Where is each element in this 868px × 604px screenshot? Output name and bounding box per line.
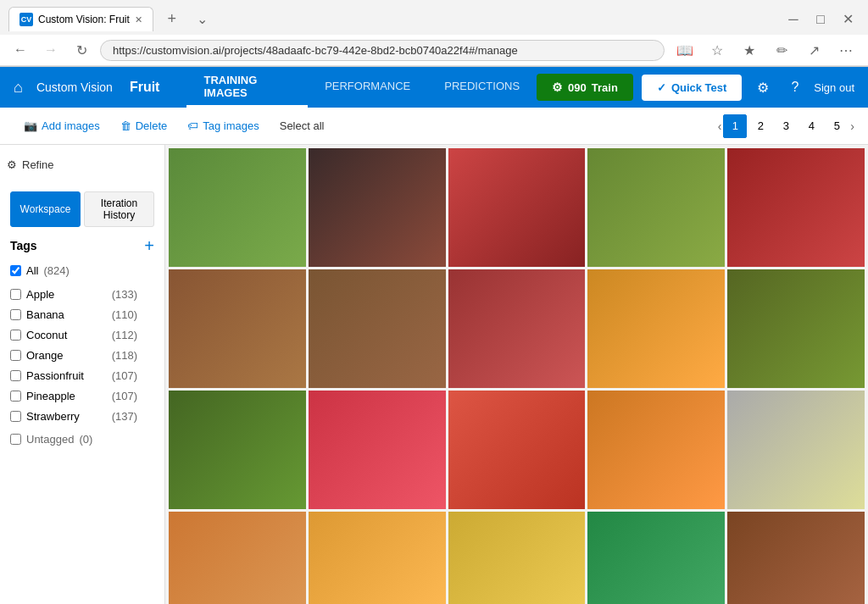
image-cell[interactable] [309,148,446,267]
page-1-button[interactable]: 1 [723,114,747,138]
delete-button[interactable]: 🗑 Delete [110,108,178,144]
refine-label: Refine [22,158,54,171]
image-cell[interactable] [448,512,586,604]
quick-test-label: Quick Test [671,81,727,94]
tag-checkbox-strawberry[interactable] [10,411,21,422]
tab-title: Custom Vision: Fruit [38,14,130,25]
tag-name: Banana [26,308,107,321]
close-browser-button[interactable]: ✕ [836,8,860,31]
image-cell[interactable] [448,148,586,267]
tag-name: Strawberry [26,410,107,423]
quick-test-button[interactable]: ✓ Quick Test [642,75,743,101]
home-icon[interactable]: ⌂ [14,79,23,97]
tag-checkbox-apple[interactable] [10,289,21,300]
image-cell[interactable] [309,391,446,509]
tag-checkbox-passionfruit[interactable] [10,370,21,381]
image-cell[interactable] [727,148,865,267]
tag-checkbox-orange[interactable] [10,350,21,361]
sign-out-button[interactable]: Sign out [814,81,854,94]
tab-performance[interactable]: PERFORMANCE [308,67,427,108]
tag-count: (110) [112,308,137,321]
reading-view-button[interactable]: 📖 [671,38,698,62]
hub-button[interactable]: ★ [736,38,763,62]
image-cell[interactable] [309,269,446,388]
project-name[interactable]: Fruit [130,80,160,95]
image-cell[interactable] [587,148,725,267]
tab-training-images[interactable]: TRAINING IMAGES [186,67,308,108]
quick-test-check-icon: ✓ [657,81,666,94]
page-2-button[interactable]: 2 [748,114,772,138]
share-button[interactable]: ↗ [800,38,827,62]
prev-page-button[interactable]: ‹ [718,119,722,133]
minimize-button[interactable]: ─ [782,8,805,31]
help-button[interactable]: ? [784,76,805,98]
notes-button[interactable]: ✏ [768,38,795,62]
tag-checkbox-banana[interactable] [10,309,21,320]
image-cell[interactable] [309,512,446,604]
iteration-history-tab[interactable]: Iteration History [84,191,154,227]
brand-link[interactable]: Custom Vision [36,80,113,94]
untagged-checkbox[interactable] [10,434,21,445]
refine-button[interactable]: ⚙ Refine [7,152,54,178]
page-5-button[interactable]: 5 [825,114,849,138]
image-cell[interactable] [587,391,725,509]
image-cell[interactable] [727,391,865,509]
image-cell[interactable] [587,269,725,388]
next-page-button[interactable]: › [850,119,854,133]
tag-checkbox-coconut[interactable] [10,330,21,341]
add-images-icon: 📷 [24,119,37,132]
delete-label: Delete [136,119,168,132]
image-cell[interactable] [448,269,586,388]
all-tags-checkbox[interactable] [10,265,21,276]
tab-predictions[interactable]: PREDICTIONS [427,67,537,108]
page-3-button[interactable]: 3 [774,114,798,138]
tag-name: Passionfruit [26,369,107,382]
page-4-button[interactable]: 4 [799,114,823,138]
image-cell[interactable] [169,269,306,388]
browser-tab[interactable]: CV Custom Vision: Fruit ✕ [8,7,153,31]
train-button[interactable]: ⚙ 090 Train [537,74,633,101]
back-button[interactable]: ← [8,38,32,62]
select-all-button[interactable]: Select all [270,119,335,132]
settings-icon: ⚙ [757,80,769,95]
untagged-label: Untagged [26,433,74,446]
settings-button[interactable]: ⚙ [750,76,776,99]
tag-images-button[interactable]: 🏷 Tag images [177,108,269,144]
sidebar: ⚙ Refine Workspace Iteration History Tag… [0,145,165,604]
all-tags-item: All (824) [10,261,154,280]
maximize-button[interactable]: □ [809,8,832,31]
tag-images-label: Tag images [203,119,259,132]
tag-checkbox-pineapple[interactable] [10,391,21,402]
tag-name: Orange [26,349,107,362]
tag-item: Strawberry (137) ⋯ [10,406,154,426]
tab-favicon: CV [19,13,33,26]
more-button[interactable]: ⋯ [832,38,860,62]
add-tag-button[interactable]: + [144,237,154,254]
tags-section: Tags + All (824) Apple (133) ⋯ Banana (1… [0,237,164,449]
browser-nav-icons: 📖 ☆ ★ ✏ ↗ ⋯ [671,38,860,62]
image-cell[interactable] [169,148,306,267]
new-tab-button[interactable]: + [160,8,184,31]
image-cell[interactable] [169,391,306,509]
image-cell[interactable] [727,269,865,388]
image-cell[interactable] [587,512,725,604]
main-layout: ⚙ Refine Workspace Iteration History Tag… [0,145,868,604]
tab-dropdown-button[interactable]: ⌄ [191,8,214,31]
tag-item: Orange (118) ⋯ [10,345,154,365]
workspace-tab[interactable]: Workspace [10,191,81,227]
refresh-button[interactable]: ↻ [70,38,93,62]
train-iteration-label: 090 [568,81,587,94]
address-bar[interactable] [100,40,665,61]
add-images-button[interactable]: 📷 Add images [14,108,110,144]
tag-count: (133) [112,288,137,301]
train-label: Train [592,81,618,94]
browser-titlebar: CV Custom Vision: Fruit ✕ + ⌄ ─ □ ✕ [0,0,868,35]
tag-item: Apple (133) ⋯ [10,284,154,304]
favorites-button[interactable]: ☆ [704,38,731,62]
tab-close-icon[interactable]: ✕ [135,14,142,25]
image-cell[interactable] [169,512,306,604]
image-cell[interactable] [448,391,586,509]
image-cell[interactable] [727,512,865,604]
tag-count: (112) [112,329,137,341]
forward-button[interactable]: → [39,38,63,62]
